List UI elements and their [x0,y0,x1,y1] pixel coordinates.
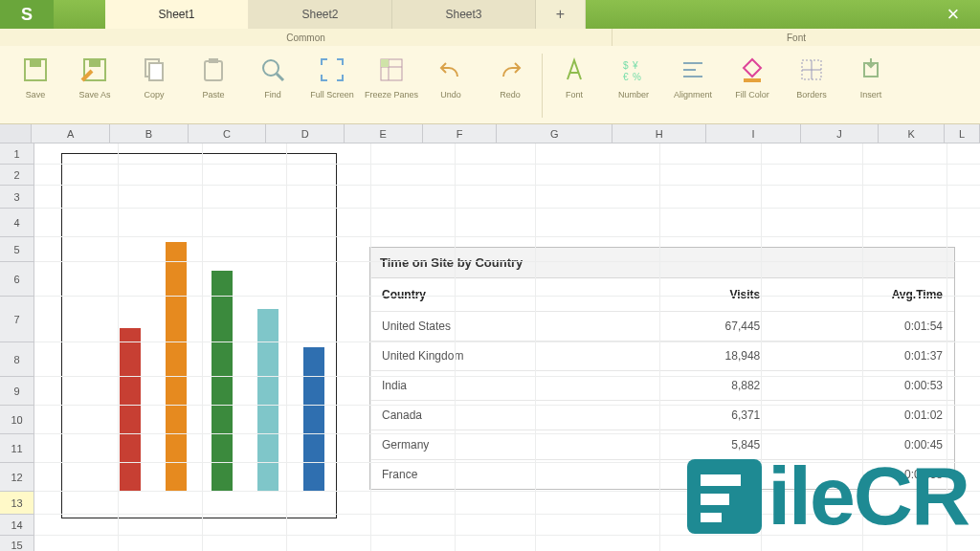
svg-text:%: % [633,72,641,82]
column-header[interactable]: D [266,124,345,143]
row-header[interactable]: 11 [0,434,33,463]
freeze-panes-button[interactable]: Freeze Panes [362,50,421,121]
column-header[interactable]: E [345,124,423,143]
app-icon: S [0,0,54,29]
close-button[interactable]: × [926,0,980,29]
sheet-tab-1[interactable]: Sheet1 [105,0,249,29]
column-header[interactable]: K [879,124,945,143]
titlebar: S Sheet1Sheet2Sheet3+ × [0,0,980,29]
full-screen-icon [316,54,348,86]
column-header[interactable]: F [423,124,498,143]
find-icon [256,54,289,86]
column-header[interactable]: B [110,124,189,143]
svg-rect-13 [381,59,389,67]
row-header[interactable]: 14 [0,515,33,536]
add-sheet-button[interactable]: + [536,0,586,29]
fill-color-button[interactable]: Fill Color [723,50,782,121]
row-header[interactable]: 5 [0,237,33,262]
row-header[interactable]: 12 [0,463,33,492]
column-header[interactable]: A [32,124,110,143]
row-header[interactable]: 2 [0,165,33,186]
row-header[interactable]: 10 [0,406,33,434]
chart-bar [120,328,141,491]
save-as-button[interactable]: Save As [65,50,124,121]
copy-button[interactable]: Copy [124,50,184,121]
column-header[interactable]: C [189,124,267,143]
column-header[interactable]: J [801,124,880,143]
number-icon: $¥€% [617,54,650,86]
alignment-button[interactable]: Alignment [663,50,723,121]
cell-country: United States [370,312,629,342]
svg-text:$: $ [623,60,629,71]
ribbon-label: Font [566,90,583,99]
freeze-panes-icon [375,54,408,86]
row-header[interactable]: 8 [0,342,33,377]
svg-rect-3 [89,59,100,67]
ribbon-label: Redo [500,90,521,99]
insert-button[interactable]: Insert [841,50,901,121]
undo-button[interactable]: Undo [421,50,480,121]
ribbon-label: Number [618,90,649,99]
svg-rect-7 [209,58,218,63]
svg-point-8 [263,60,278,76]
paste-button[interactable]: Paste [184,50,243,121]
sheet-tab-2[interactable]: Sheet2 [249,0,392,29]
insert-icon [855,54,887,86]
ribbon-label: Undo [440,90,461,99]
ribbon-label: Alignment [674,90,712,99]
row-header[interactable]: 15 [0,536,33,551]
save-icon [19,54,52,86]
font-button[interactable]: Font [545,50,604,121]
row-header[interactable]: 13 [0,492,33,515]
column-header[interactable]: I [706,124,800,143]
row-header[interactable]: 7 [0,297,33,342]
chart-bar [257,309,278,491]
ribbon-label: Save [26,90,46,99]
row-header[interactable]: 9 [0,377,33,406]
ribbon-label: Find [264,90,281,99]
save-as-icon [78,54,111,86]
borders-button[interactable]: Borders [782,50,841,121]
paste-icon [197,54,230,86]
cell-country: France [370,460,629,490]
column-header[interactable]: L [945,124,980,143]
row-headers: 12345678910111213141516 [0,143,34,551]
row-header[interactable]: 3 [0,186,33,209]
ribbon-group-labels: Common Font [0,29,980,46]
ribbon-label: Save As [78,90,110,99]
borders-icon [795,54,828,86]
column-header[interactable]: G [497,124,612,143]
ribbon-label: Paste [202,90,224,99]
fill-color-icon [736,54,768,86]
svg-text:¥: ¥ [632,60,638,71]
save-button[interactable]: Save [6,50,65,121]
svg-rect-1 [30,59,41,67]
full-screen-button[interactable]: Full Screen [302,50,362,121]
number-button[interactable]: $¥€%Number [604,50,663,121]
ribbon-group-font: Font [612,29,980,46]
row-header[interactable]: 4 [0,209,33,237]
table-row: United States67,4450:01:54 [370,312,954,342]
sheet-tab-3[interactable]: Sheet3 [392,0,536,29]
chart-bar [212,271,233,491]
copy-icon [138,54,170,86]
cell-visits: 18,948 [629,342,772,371]
cell-country: Germany [370,430,629,460]
sheet-tabs: Sheet1Sheet2Sheet3+ [105,0,586,29]
cell-country: United Kingdom [370,342,629,371]
ribbon-label: Borders [796,90,827,99]
redo-button[interactable]: Redo [480,50,540,121]
ribbon-label: Freeze Panes [365,90,418,99]
row-header[interactable]: 6 [0,262,33,297]
cell-visits: 67,445 [629,312,772,342]
svg-rect-6 [205,61,222,80]
table-title: Time on Site by Country [370,248,954,278]
column-header[interactable]: H [612,124,706,143]
watermark-logo: ileCR [687,449,969,543]
select-all-corner[interactable] [0,124,32,143]
svg-rect-21 [744,78,761,82]
ribbon-label: Full Screen [310,90,354,99]
find-button[interactable]: Find [243,50,302,121]
ribbon-label: Fill Color [735,90,769,99]
row-header[interactable]: 1 [0,143,33,165]
